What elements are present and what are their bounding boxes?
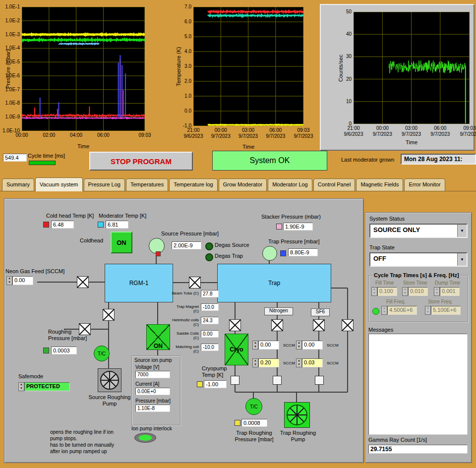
tab-moderator-log[interactable]: Moderator Log (268, 178, 312, 191)
decrement-icon[interactable]: ▼ (382, 310, 387, 314)
nitrogen-flow-actual[interactable]: ▲ ▼ 0.20 (252, 358, 279, 367)
sf6-set-spinner-arrows[interactable]: ▲ ▼ (296, 341, 302, 350)
pressure-y-tick-label: 1.0E-7 (0, 87, 20, 92)
decrement-icon[interactable]: ▼ (19, 387, 24, 391)
sf6-act-spinner-arrows[interactable]: ▲ ▼ (296, 358, 302, 367)
trap-roughing-pump[interactable] (284, 402, 310, 428)
cryo-valve (229, 319, 241, 331)
temperature-chart: Temperature (K) Time 7.06.05.04.03.02.01… (175, 4, 309, 158)
cycle-status-led[interactable] (372, 308, 379, 315)
tab-error-monitor[interactable]: Error Monitor (404, 178, 445, 191)
fill-freq-spinner-arrows[interactable]: ▲ ▼ (381, 306, 387, 315)
cryo-pump-valve[interactable]: Cryo (225, 334, 248, 365)
increment-icon[interactable]: ▲ (7, 277, 12, 281)
line-junction-box (273, 376, 282, 385)
last-moderator-label: Last moderator grown (341, 157, 394, 163)
system-status-select[interactable]: SOURCE ONLY ▼ (369, 224, 468, 238)
roughing-pressure-label: Roughing Pressure [mbar] (48, 329, 87, 342)
nitrogen-flow-setpoint[interactable]: ▲ ▼ 0.00 (252, 341, 279, 350)
source-ion-pump-frame: Source ion pump Voltage [V] 7000 Current… (131, 355, 181, 426)
dump-time-spinner-arrows[interactable]: ▲ ▼ (434, 287, 440, 296)
degas-source-led[interactable] (205, 242, 213, 250)
increment-icon[interactable]: ▲ (253, 359, 258, 363)
decrement-icon[interactable]: ▼ (434, 292, 439, 295)
increment-icon[interactable]: ▲ (297, 341, 301, 345)
nitrogen-act-spinner-arrows[interactable]: ▲ ▼ (252, 358, 258, 367)
voltage-value: 7000 (135, 371, 170, 378)
decrement-icon[interactable]: ▼ (297, 345, 301, 349)
decrement-icon[interactable]: ▼ (425, 310, 430, 314)
pressure-y-tick-label: 1.0E-5 (0, 59, 20, 64)
rgm1-vessel: RGM-1 (105, 264, 173, 302)
degas-trap-label: Degas Trap (215, 253, 243, 259)
tab-temperature-log[interactable]: Temperature log (169, 178, 218, 191)
neon-spinner-arrows[interactable]: ▲ ▼ (6, 276, 12, 285)
current-label: Current [A] (135, 381, 159, 387)
nitrogen-flow-actual-value: 0.20 (258, 358, 279, 367)
increment-icon[interactable]: ▲ (297, 359, 301, 363)
sf6-flow-setpoint[interactable]: ▲ ▼ 0.00 (296, 341, 323, 350)
store-time-input[interactable]: ▲ ▼ 0.010 (402, 287, 428, 296)
stop-program-label: STOP PROGRAM (111, 157, 172, 166)
trap-state-select[interactable]: OFF ▼ (369, 252, 468, 267)
system-status-value: SOURCE ONLY (370, 225, 457, 237)
safemode-spinner-arrows[interactable]: ▲ ▼ (18, 382, 24, 391)
decrement-icon[interactable]: ▼ (253, 345, 258, 349)
tab-temperatures[interactable]: Temperatures (126, 178, 168, 191)
store-time-spinner-arrows[interactable]: ▲ ▼ (402, 287, 408, 296)
store-freq-input[interactable]: ▲ ▼ 5.100E+6 (425, 306, 461, 315)
increment-icon[interactable]: ▲ (382, 306, 387, 310)
nitrogen-set-spinner-arrows[interactable]: ▲ ▼ (252, 341, 258, 350)
source-roughing-pump[interactable] (98, 368, 121, 392)
increment-icon[interactable]: ▲ (425, 306, 430, 310)
decrement-icon[interactable]: ▼ (253, 363, 258, 367)
dropdown-arrow-icon[interactable]: ▼ (457, 253, 467, 266)
dropdown-arrow-icon[interactable]: ▼ (457, 225, 467, 237)
temperature-y-tick-label: 1.0 (170, 93, 191, 99)
last-moderator-value: Mon 28 Aug 2023 11: (401, 154, 476, 165)
counts-y-tick-label: 30 (330, 54, 352, 59)
decrement-icon[interactable]: ▼ (7, 281, 12, 285)
decrement-icon[interactable]: ▼ (297, 363, 301, 367)
messages-label: Messages (368, 327, 393, 333)
fill-time-value: 0.100 (377, 287, 397, 296)
fill-time-input[interactable]: ▲ ▼ 0.100 (371, 287, 397, 296)
increment-icon[interactable]: ▲ (19, 383, 24, 387)
decrement-icon[interactable]: ▼ (372, 292, 377, 295)
gamma-ray-count-value: 29.7155 (368, 445, 468, 454)
tab-pressure-log[interactable]: Pressure Log (84, 178, 125, 191)
tab-grow-moderator[interactable]: Grow Moderator (219, 178, 267, 191)
stacker-series-color-swatch (276, 224, 282, 230)
pressure-x-tick-label: 06:00 (86, 132, 120, 138)
fill-time-spinner-arrows[interactable]: ▲ ▼ (371, 287, 377, 296)
tab-magnetic-fields[interactable]: Magnetic Fields (356, 178, 403, 191)
coldhead-power-button[interactable]: ON (111, 232, 132, 253)
neon-gas-feed-input[interactable]: ▲ ▼ 0.00 (6, 276, 33, 285)
ion-pump-interlock-led[interactable] (134, 433, 156, 443)
tab-control-panel[interactable]: Control Panel (313, 178, 356, 191)
tab-summary[interactable]: Summary (2, 178, 34, 191)
store-freq-spinner-arrows[interactable]: ▲ ▼ (425, 306, 431, 315)
counts-plot (354, 12, 470, 124)
status-side-panel: System Status SOURCE ONLY ▼ Trap State O… (365, 212, 472, 463)
increment-icon[interactable]: ▲ (434, 288, 439, 292)
safemode-selector[interactable]: ▲ ▼ PROTECTED (18, 382, 70, 391)
trap-magnet-temp-value: -10.0 (201, 303, 219, 311)
neon-gas-feed-value: 0.00 (12, 276, 33, 285)
decrement-icon[interactable]: ▼ (403, 292, 408, 295)
tab-vacuum-system[interactable]: Vacuum system (35, 177, 82, 191)
sf6-flow-actual[interactable]: ▲ ▼ 0.03 (296, 358, 323, 367)
roughing-line-valve-on[interactable]: ON (146, 324, 170, 350)
increment-icon[interactable]: ▲ (372, 288, 377, 292)
dump-time-input[interactable]: ▲ ▼ 0.001 (434, 287, 460, 296)
increment-icon[interactable]: ▲ (253, 341, 258, 345)
sf6-flow-actual-value: 0.03 (302, 358, 323, 367)
fill-freq-input[interactable]: ▲ ▼ 4.500E+6 (381, 306, 417, 315)
increment-icon[interactable]: ▲ (403, 288, 408, 292)
temperature-y-tick-label: 5.0 (170, 34, 191, 39)
line-junction-box (231, 376, 239, 385)
degas-trap-led[interactable] (205, 253, 213, 261)
cryopump-indicator-swatch (197, 381, 203, 387)
stop-program-button[interactable]: STOP PROGRAM (89, 152, 193, 171)
helmholtz-coils-temp-label: Helmholtz coils (C) (171, 318, 199, 327)
